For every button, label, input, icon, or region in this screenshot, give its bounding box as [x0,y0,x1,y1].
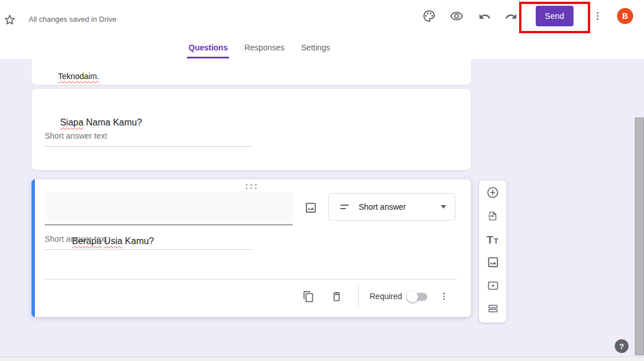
form-title-card[interactable]: Teknodaim. [32,59,471,85]
required-label: Required [370,292,402,301]
add-title-icon: TT [486,234,499,245]
send-button[interactable]: Send [536,6,574,26]
question-toolbar: TT [479,180,506,323]
preview-button[interactable] [449,9,464,23]
top-bar: All changes saved in Drive Send [0,0,644,59]
short-answer-icon [340,205,349,209]
add-section-button[interactable] [482,299,503,320]
add-title-button[interactable]: TT [482,230,503,250]
star-button[interactable] [1,11,18,29]
video-icon [486,279,500,294]
redo-icon [505,10,517,23]
help-button[interactable]: ? [615,339,629,353]
import-questions-icon [486,210,499,224]
question-card-1[interactable]: Siapa Nama Kamu? Short answer text [32,89,471,170]
add-image-to-question-button[interactable] [301,198,320,217]
duplicate-question-button[interactable] [300,288,317,305]
three-dot-icon [592,10,603,22]
section-icon [486,302,500,317]
tab-settings-label: Settings [301,43,331,52]
plus-circle-icon [486,186,500,201]
drag-handle[interactable] [245,183,258,190]
question1-answer-placeholder: Short answer text [45,131,252,147]
more-options-button[interactable] [591,9,604,23]
horizontal-scrollbar-track [0,356,644,361]
tab-bar: Questions Responses Settings [187,42,331,58]
form-description-text: Teknodaim. [58,72,99,81]
redo-button[interactable] [504,9,518,23]
active-tab-underline [187,57,229,58]
tab-questions-label: Questions [189,43,227,52]
import-questions-button[interactable] [482,206,503,227]
avatar[interactable]: B [617,8,633,24]
eye-icon [450,9,464,23]
tab-questions[interactable]: Questions [187,42,229,58]
question-card-2-active[interactable]: Berapa Usia Kamu? Short answer Short ans… [32,179,471,317]
copy-icon [303,291,315,303]
saved-status: All changes saved in Drive [29,15,116,23]
question-more-options-button[interactable] [435,288,453,305]
chevron-down-icon [441,205,446,209]
add-image-button[interactable] [482,253,503,273]
delete-question-button[interactable] [328,288,345,305]
image-icon [304,201,317,214]
question-type-label: Short answer [359,202,406,211]
undo-icon [478,10,491,23]
tab-responses-label: Responses [244,43,284,52]
question1-title-part: Nama Kamu? [84,117,142,127]
question2-answer-placeholder: Short answer text [45,234,252,250]
theme-button[interactable] [422,9,437,23]
form-description[interactable]: Teknodaim. [45,62,99,90]
required-toggle[interactable] [408,293,427,301]
image-icon [486,256,500,270]
add-video-button[interactable] [482,276,503,297]
vertical-scrollbar-thumb[interactable] [635,117,644,355]
add-question-button[interactable] [482,183,503,204]
tab-responses[interactable]: Responses [243,42,285,58]
trash-icon [331,291,343,303]
toggle-knob [407,291,418,303]
question2-title-input[interactable]: Berapa Usia Kamu? [45,192,293,225]
question-type-dropdown[interactable]: Short answer [328,193,455,221]
star-icon [3,13,17,27]
footer-divider [358,285,359,307]
question1-title-part: Siapa [60,117,84,127]
tab-settings[interactable]: Settings [300,42,332,58]
three-dot-icon [439,291,449,301]
palette-icon [422,9,436,23]
card-footer-divider [45,279,457,280]
active-card-indicator [32,179,35,317]
undo-button[interactable] [477,9,492,23]
